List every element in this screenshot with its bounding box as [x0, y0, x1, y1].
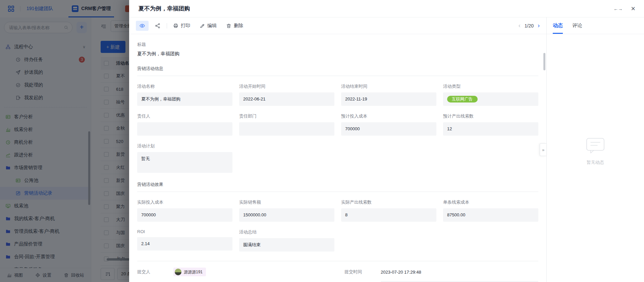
window-controls: ←→ × — [613, 5, 635, 12]
field-label: 活动名称 — [137, 83, 232, 89]
field-value: 700000 — [137, 208, 232, 222]
next-record-icon[interactable]: › — [538, 22, 540, 29]
toolbar-divider — [167, 23, 167, 28]
app-root: 191创建团队 CRM客户管理 + 流程中心 ∨ — [0, 0, 644, 282]
field-label: 实际投入成本 — [137, 199, 232, 205]
meta-data-id: 数据ID 562a2b96da59170460000015 — [344, 279, 538, 282]
field-roi: ROI 2.14 — [137, 222, 232, 252]
detail-main-panel: 打印 编辑 删除 ‹ 1/20 › — [129, 17, 546, 282]
field-label: 实际产出线索数 — [341, 199, 436, 205]
field-actual-leads: 实际产出线索数 8 — [341, 192, 436, 222]
field-cost-per-lead: 单条线索成本 87500.00 — [443, 192, 538, 222]
field-activity-name: 活动名称 夏不为例，幸福团购 — [137, 76, 232, 106]
field-label: 预计投入成本 — [341, 113, 436, 119]
close-icon[interactable]: × — [631, 5, 635, 12]
field-label: 活动类型 — [443, 83, 538, 89]
field-label: 预计产出线索数 — [443, 113, 538, 119]
section-title-info: 营销活动信息 — [137, 66, 538, 72]
print-label: 打印 — [181, 23, 190, 29]
field-value: 12 — [443, 122, 538, 136]
title-field-value: 夏不为例，幸福团购 — [137, 51, 538, 57]
meta-label: 提交人 — [137, 269, 173, 275]
delete-button[interactable]: 删除 — [226, 23, 243, 29]
field-value: 8 — [341, 208, 436, 222]
field-label: 实际销售额 — [239, 199, 334, 205]
drawer-header: 夏不为例，幸福团购 ←→ × — [129, 0, 644, 17]
meta-submitter: 提交人 源源源191 — [137, 265, 331, 279]
field-label: 单条线索成本 — [443, 199, 538, 205]
title-field-label: 标题 — [137, 42, 538, 48]
edit-label: 编辑 — [207, 23, 217, 29]
field-value — [137, 122, 232, 136]
share-button[interactable] — [155, 23, 161, 29]
field-value: 2022-06-21 — [239, 92, 334, 106]
detail-content: 标题 夏不为例，幸福团购 营销活动信息 活动名称 夏不为例，幸福团购 活动开始时… — [129, 34, 546, 282]
info-field-grid: 活动名称 夏不为例，幸福团购 活动开始时间 2022-06-21 活动结束时间 … — [137, 76, 538, 173]
activity-empty-state: 暂无动态 — [547, 27, 644, 275]
field-expected-leads: 预计产出线索数 12 — [443, 106, 538, 136]
field-label: 活动结束时间 — [341, 83, 436, 89]
meta-update-time: 更新时间 2023-07-20 17:29:48 — [137, 279, 331, 282]
record-title: 夏不为例，幸福团购 — [139, 5, 190, 12]
collapse-panel-handle[interactable]: » — [540, 143, 546, 156]
field-department: 责任部门 — [239, 106, 334, 136]
printer-icon — [173, 23, 178, 28]
field-label: 责任部门 — [239, 113, 334, 119]
field-start-time: 活动开始时间 2022-06-21 — [239, 76, 334, 106]
meta-grid: 提交人 源源源191 提交时间 2023-07-20 17:29:48 更新时间 — [137, 265, 538, 282]
field-value: 夏不为例，幸福团购 — [137, 92, 232, 106]
pencil-icon — [200, 23, 205, 28]
field-value: 2.14 — [137, 237, 232, 251]
field-value: 2022-11-19 — [341, 92, 436, 106]
section-title-effect: 营销活动效果 — [137, 182, 538, 188]
empty-state-text: 暂无动态 — [587, 159, 604, 165]
print-button[interactable]: 打印 — [173, 23, 190, 29]
field-value: 圆满结束 — [239, 238, 334, 252]
detail-scrollbar-thumb[interactable] — [543, 53, 545, 70]
field-label: 活动计划 — [137, 143, 232, 149]
field-actual-cost: 实际投入成本 700000 — [137, 192, 232, 222]
detail-toolbar: 打印 编辑 删除 ‹ 1/20 › — [129, 17, 546, 34]
edit-button[interactable]: 编辑 — [200, 23, 217, 29]
field-label: 活动开始时间 — [239, 83, 334, 89]
submit-time-value: 2023-07-20 17:29:48 — [381, 270, 421, 275]
field-value: 700000 — [341, 122, 436, 136]
drawer-body: 打印 编辑 删除 ‹ 1/20 › — [129, 17, 644, 282]
field-value: 暂无 — [137, 152, 232, 173]
field-activity-plan: 活动计划 暂无 — [137, 136, 232, 173]
record-pager: ‹ 1/20 › — [519, 22, 540, 29]
delete-label: 删除 — [234, 23, 243, 29]
trash-icon — [226, 23, 231, 28]
meta-submit-time: 提交时间 2023-07-20 17:29:48 — [344, 265, 538, 279]
prev-record-icon[interactable]: ‹ — [519, 22, 521, 29]
field-owner: 责任人 — [137, 106, 232, 136]
avatar — [175, 269, 181, 275]
view-mode-button[interactable] — [136, 21, 149, 31]
meta-divider — [137, 261, 538, 261]
eye-icon — [139, 23, 145, 29]
record-detail-drawer: 夏不为例，幸福团购 ←→ × 打印 — [129, 0, 644, 282]
share-icon — [155, 23, 161, 29]
chat-bubble-icon — [586, 137, 605, 154]
expand-icon[interactable]: ←→ — [613, 6, 622, 11]
activity-type-tag: 互联网广告 — [447, 96, 478, 103]
field-summary: 活动总结 圆满结束 — [239, 222, 334, 252]
field-label: 责任人 — [137, 113, 232, 119]
field-value: 1500000.00 — [239, 208, 334, 222]
meta-label: 提交时间 — [344, 269, 381, 275]
field-value: 87500.00 — [443, 208, 538, 222]
field-value: 互联网广告 — [443, 92, 538, 106]
submitter-chip: 源源源191 — [173, 268, 206, 276]
activity-panel: 动态 评论 暂无动态 — [546, 17, 644, 282]
field-end-time: 活动结束时间 2022-11-19 — [341, 76, 436, 106]
field-label: ROI — [137, 229, 232, 234]
effect-field-grid: 实际投入成本 700000 实际销售额 1500000.00 实际产出线索数 8 — [137, 192, 538, 252]
field-actual-sales: 实际销售额 1500000.00 — [239, 192, 334, 222]
submitter-name: 源源源191 — [184, 269, 203, 275]
field-value — [239, 122, 334, 136]
field-activity-type: 活动类型 互联网广告 — [443, 76, 538, 106]
pager-count: 1/20 — [525, 23, 534, 28]
field-planned-cost: 预计投入成本 700000 — [341, 106, 436, 136]
field-label: 活动总结 — [239, 229, 334, 235]
